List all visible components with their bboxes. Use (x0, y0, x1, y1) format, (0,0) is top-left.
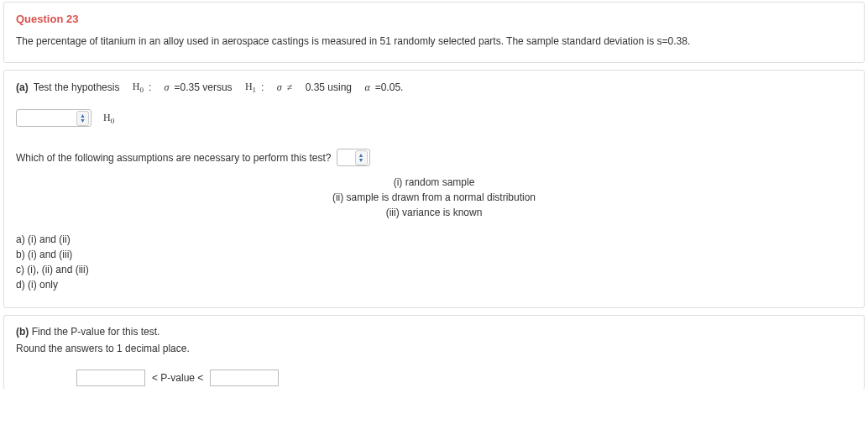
part-a-panel: (a) Test the hypothesis H0 : σ =0.35 ver… (3, 70, 865, 308)
h0-label-after: H0 (103, 112, 114, 125)
question-number: Question 23 (16, 13, 852, 25)
sigma-symbol-2: σ (277, 81, 282, 94)
question-header-panel: Question 23 The percentage of titanium i… (3, 2, 865, 63)
sigma-symbol-1: σ (165, 81, 170, 94)
round-instruction: Round the answers to 1 decimal place. (16, 343, 852, 354)
part-a-prefix: Test the hypothesis (34, 81, 120, 93)
assumption-ii: (ii) sample is drawn from a normal distr… (16, 190, 852, 205)
stepper-icon: ▲▼ (355, 150, 368, 165)
not-equal-symbol: ≠ (287, 81, 293, 94)
part-b-panel: (b) Find the P-value for this test. Roun… (3, 315, 865, 390)
option-c: c) (i), (ii) and (iii) (16, 262, 852, 277)
assumption-select[interactable]: ▲▼ (337, 149, 370, 166)
assumption-question-row: Which of the following assumptions are n… (16, 149, 852, 166)
answer-options: a) (i) and (ii) b) (i) and (iii) c) (i),… (16, 232, 852, 292)
pvalue-row: < P-value < (16, 369, 852, 386)
question-prompt: The percentage of titanium in an alloy u… (16, 35, 852, 47)
part-b-text: Find the P-value for this test. (32, 326, 160, 338)
option-b: b) (i) and (iii) (16, 247, 852, 262)
assumption-iii: (iii) variance is known (16, 205, 852, 220)
alpha-symbol: α (364, 81, 369, 94)
stepper-icon: ▲▼ (76, 111, 89, 126)
hypothesis-line: (a) Test the hypothesis H0 : σ =0.35 ver… (16, 81, 852, 94)
assumption-question: Which of the following assumptions are n… (16, 152, 332, 164)
option-a: a) (i) and (ii) (16, 232, 852, 247)
part-b-label: (b) (16, 326, 29, 338)
part-a-label: (a) (16, 81, 29, 93)
assumption-i: (i) random sample (16, 175, 852, 190)
decision-select[interactable]: ▲▼ (16, 109, 92, 127)
pvalue-upper-input[interactable] (210, 369, 279, 386)
decision-select-row: ▲▼ H0 (16, 109, 852, 127)
pvalue-lower-input[interactable] (76, 369, 145, 386)
option-d: d) (i) only (16, 277, 852, 292)
h0-symbol: H0 (133, 81, 144, 94)
assumption-list: (i) random sample (ii) sample is drawn f… (16, 175, 852, 220)
part-b-line: (b) Find the P-value for this test. (16, 326, 852, 338)
h1-symbol: H1 (245, 81, 256, 94)
pvalue-label: < P-value < (152, 372, 203, 384)
